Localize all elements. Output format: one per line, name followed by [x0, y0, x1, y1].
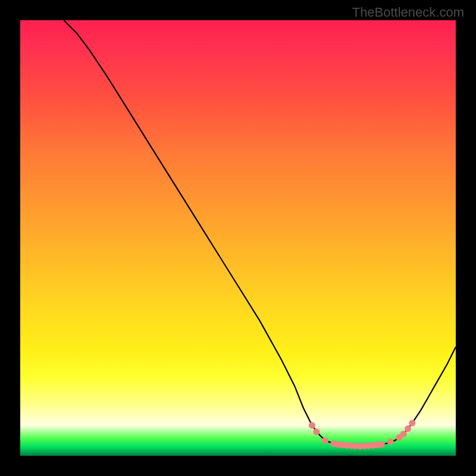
data-marker: [322, 437, 328, 444]
data-marker: [400, 431, 407, 437]
data-marker: [309, 422, 315, 428]
data-marker: [405, 425, 411, 432]
chart-plot-area: [20, 20, 456, 456]
bottleneck-curve: [64, 20, 456, 446]
data-marker: [387, 439, 394, 445]
data-markers: [309, 420, 415, 450]
data-marker: [378, 441, 385, 448]
data-marker: [313, 428, 320, 435]
curve-layer: [20, 20, 456, 456]
watermark: TheBottleneck.com: [352, 5, 464, 20]
data-marker: [409, 420, 415, 427]
